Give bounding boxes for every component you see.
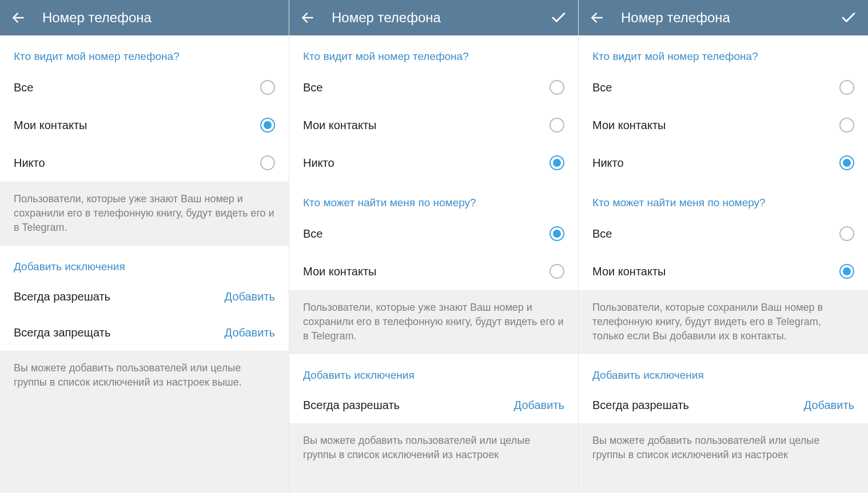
back-arrow-icon[interactable] xyxy=(300,10,316,26)
option-my-contacts[interactable]: Мои контакты xyxy=(289,106,578,144)
info-text: Вы можете добавить пользователей или цел… xyxy=(289,423,578,493)
header: Номер телефона xyxy=(579,0,868,35)
radio-icon xyxy=(550,264,564,279)
info-text: Вы можете добавить пользователей или цел… xyxy=(0,351,289,493)
section-who-finds-title: Кто может найти меня по номеру? xyxy=(579,182,868,215)
radio-icon xyxy=(260,118,275,133)
radio-icon xyxy=(839,226,854,241)
option-label: Все xyxy=(14,81,33,94)
radio-icon xyxy=(839,118,854,133)
info-text: Вы можете добавить пользователей или цел… xyxy=(579,423,868,493)
option-find-everyone[interactable]: Все xyxy=(289,215,578,252)
option-everyone[interactable]: Все xyxy=(0,69,289,106)
exception-always-allow[interactable]: Всегда разрешать Добавить xyxy=(579,387,868,423)
exception-label: Всегда разрешать xyxy=(592,399,689,412)
option-label: Никто xyxy=(592,157,624,170)
exception-action: Добавить xyxy=(804,399,854,412)
back-arrow-icon[interactable] xyxy=(589,10,605,26)
radio-icon xyxy=(550,155,564,170)
section-exceptions-title: Добавить исключения xyxy=(289,354,578,387)
section-who-sees-title: Кто видит мой номер телефона? xyxy=(0,35,289,69)
section-who-finds-title: Кто может найти меня по номеру? xyxy=(289,182,578,215)
exception-always-deny[interactable]: Всегда запрещать Добавить xyxy=(0,315,289,351)
option-nobody[interactable]: Никто xyxy=(289,144,578,182)
option-label: Мои контакты xyxy=(14,119,87,132)
option-label: Мои контакты xyxy=(303,119,376,132)
exception-label: Всегда разрешать xyxy=(303,399,400,412)
radio-icon xyxy=(550,118,564,133)
back-arrow-icon[interactable] xyxy=(10,10,26,26)
radio-icon xyxy=(839,155,854,170)
option-find-my-contacts[interactable]: Мои контакты xyxy=(289,252,578,290)
page-title: Номер телефона xyxy=(621,10,839,26)
option-label: Все xyxy=(303,227,322,241)
radio-icon xyxy=(260,155,275,170)
exception-always-allow[interactable]: Всегда разрешать Добавить xyxy=(0,279,289,315)
radio-icon xyxy=(839,80,854,95)
option-everyone[interactable]: Все xyxy=(579,69,868,106)
exception-label: Всегда разрешать xyxy=(14,290,110,303)
option-label: Все xyxy=(592,227,612,241)
option-find-my-contacts[interactable]: Мои контакты xyxy=(579,252,868,290)
option-label: Все xyxy=(303,81,322,94)
section-who-sees-title: Кто видит мой номер телефона? xyxy=(579,35,868,69)
exception-always-allow[interactable]: Всегда разрешать Добавить xyxy=(289,387,578,423)
header: Номер телефона xyxy=(0,0,289,35)
exception-action: Добавить xyxy=(225,290,275,303)
radio-icon xyxy=(260,80,275,95)
exception-action: Добавить xyxy=(514,399,564,412)
header: Номер телефона xyxy=(289,0,578,35)
option-label: Мои контакты xyxy=(303,265,376,278)
confirm-check-icon[interactable] xyxy=(839,9,858,27)
option-my-contacts[interactable]: Мои контакты xyxy=(579,106,868,144)
settings-panel-2: Номер телефона Кто видит мой номер телеф… xyxy=(289,0,579,493)
option-my-contacts[interactable]: Мои контакты xyxy=(0,106,289,144)
option-label: Мои контакты xyxy=(592,265,666,278)
section-exceptions-title: Добавить исключения xyxy=(0,246,289,279)
exception-label: Всегда запрещать xyxy=(14,326,110,339)
radio-icon xyxy=(550,226,564,241)
option-nobody[interactable]: Никто xyxy=(0,144,289,182)
option-label: Никто xyxy=(14,157,45,170)
option-label: Все xyxy=(592,81,612,94)
radio-icon xyxy=(839,264,854,279)
option-everyone[interactable]: Все xyxy=(289,69,578,106)
option-label: Мои контакты xyxy=(592,119,666,132)
info-text: Пользователи, которые уже знают Ваш номе… xyxy=(0,182,289,246)
section-who-sees-title: Кто видит мой номер телефона? xyxy=(289,35,578,69)
settings-panel-1: Номер телефона Кто видит мой номер телеф… xyxy=(0,0,289,493)
radio-icon xyxy=(550,80,564,95)
option-find-everyone[interactable]: Все xyxy=(579,215,868,252)
page-title: Номер телефона xyxy=(42,10,278,26)
page-title: Номер телефона xyxy=(332,10,550,26)
section-exceptions-title: Добавить исключения xyxy=(579,354,868,387)
exception-action: Добавить xyxy=(225,326,275,339)
info-text: Пользователи, которые уже знают Ваш номе… xyxy=(289,290,578,354)
settings-panel-3: Номер телефона Кто видит мой номер телеф… xyxy=(579,0,868,493)
confirm-check-icon[interactable] xyxy=(550,9,568,27)
info-text: Пользователи, которые сохранили Ваш номе… xyxy=(579,290,868,354)
option-label: Никто xyxy=(303,157,335,170)
option-nobody[interactable]: Никто xyxy=(579,144,868,182)
